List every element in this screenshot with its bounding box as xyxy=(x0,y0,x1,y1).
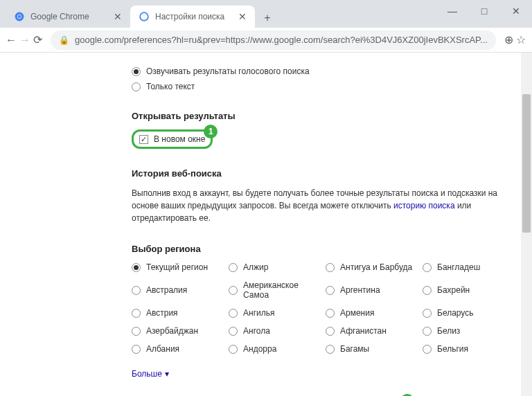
radio-label: Только текст xyxy=(146,82,195,91)
radio-label: Бельгия xyxy=(437,344,468,354)
radio-icon xyxy=(326,345,335,354)
close-window-button[interactable]: ✕ xyxy=(500,0,532,22)
region-option[interactable]: Азербайджан xyxy=(132,326,222,336)
google-icon xyxy=(139,11,150,22)
radio-icon xyxy=(423,263,432,272)
radio-label: Албания xyxy=(146,344,179,354)
region-option[interactable]: Аргентина xyxy=(326,280,416,300)
minimize-button[interactable]: — xyxy=(436,0,468,22)
svg-point-3 xyxy=(140,12,148,21)
region-option[interactable]: Антигуа и Барбуда xyxy=(326,262,416,272)
radio-label: Текущий регион xyxy=(146,262,208,272)
region-option[interactable]: Австрия xyxy=(132,308,222,318)
radio-label: Ангилья xyxy=(243,308,274,318)
radio-label: Австралия xyxy=(146,285,187,295)
radio-label: Андорра xyxy=(243,344,276,354)
radio-icon xyxy=(229,309,238,318)
history-title: История веб-поиска xyxy=(132,168,499,179)
forward-button[interactable]: → xyxy=(19,30,30,50)
region-option[interactable]: Армения xyxy=(326,308,416,318)
content: Озвучивать результаты голосового поиска … xyxy=(0,53,532,396)
radio-icon xyxy=(423,286,432,295)
url-bar[interactable]: 🔒 google.com/preferences?hl=ru&prev=http… xyxy=(51,30,496,50)
radio-label: Антигуа и Барбуда xyxy=(340,262,412,272)
region-option[interactable]: Ангола xyxy=(229,326,319,336)
region-option[interactable]: Австралия xyxy=(132,280,222,300)
url-text: google.com/preferences?hl=ru&prev=https:… xyxy=(75,35,488,45)
history-text: Выполнив вход в аккаунт, вы будете получ… xyxy=(132,187,499,224)
radio-icon xyxy=(326,263,335,272)
radio-icon xyxy=(229,327,238,336)
radio-icon xyxy=(132,309,141,318)
scrollbar[interactable] xyxy=(521,53,532,396)
region-option[interactable]: Багамы xyxy=(326,344,416,354)
radio-label: Бахрейн xyxy=(437,285,470,295)
radio-icon xyxy=(229,263,238,272)
radio-label: Ангола xyxy=(243,326,270,336)
region-option[interactable]: Бангладеш xyxy=(423,262,513,272)
region-option[interactable]: Андорра xyxy=(229,344,319,354)
chevron-down-icon: ▾ xyxy=(165,369,169,379)
chrome-icon xyxy=(14,11,25,22)
radio-icon xyxy=(423,327,432,336)
bookmark-icon[interactable]: ☆ xyxy=(516,30,526,50)
radio-icon xyxy=(326,309,335,318)
radio-icon xyxy=(132,345,141,354)
new-window-checkbox[interactable]: В новом окне xyxy=(139,134,205,144)
open-results-title: Открывать результаты xyxy=(132,111,499,121)
region-grid: Текущий регионАлжирАнтигуа и БарбудаБанг… xyxy=(132,262,499,359)
region-title: Выбор региона xyxy=(132,244,499,254)
tab-chrome[interactable]: Google Chrome ✕ xyxy=(6,6,130,28)
radio-label: Австрия xyxy=(146,308,178,318)
region-option[interactable]: Американское Самоа xyxy=(229,280,319,300)
radio-label: Багамы xyxy=(340,344,369,354)
tab-title: Настройки поиска xyxy=(155,12,234,21)
radio-label: Азербайджан xyxy=(146,326,198,336)
radio-label: Армения xyxy=(340,308,374,318)
maximize-button[interactable]: □ xyxy=(468,0,500,22)
radio-icon xyxy=(423,309,432,318)
region-option[interactable]: Белиз xyxy=(423,326,513,336)
scrollbar-thumb[interactable] xyxy=(522,94,531,233)
close-icon[interactable]: ✕ xyxy=(238,11,247,22)
radio-icon xyxy=(423,345,432,354)
region-option[interactable]: Албания xyxy=(132,344,222,354)
radio-label: Бангладеш xyxy=(437,262,480,272)
region-option[interactable]: Бельгия xyxy=(423,344,513,354)
svg-point-2 xyxy=(18,15,21,19)
radio-icon xyxy=(326,327,335,336)
more-regions-link[interactable]: Больше ▾ xyxy=(132,369,169,379)
radio-label: Белиз xyxy=(437,326,460,336)
toolbar: ← → ⟳ 🔒 google.com/preferences?hl=ru&pre… xyxy=(0,28,532,53)
radio-label: Беларусь xyxy=(437,308,473,318)
voice-option-speak[interactable]: Озвучивать результаты голосового поиска xyxy=(132,66,499,76)
tab-settings[interactable]: Настройки поиска ✕ xyxy=(130,6,255,28)
voice-option-text[interactable]: Только текст xyxy=(132,82,499,91)
radio-icon xyxy=(132,286,141,295)
region-option[interactable]: Афганистан xyxy=(326,326,416,336)
region-option[interactable]: Текущий регион xyxy=(132,262,222,272)
radio-icon xyxy=(132,82,141,91)
region-option[interactable]: Беларусь xyxy=(423,308,513,318)
tab-title: Google Chrome xyxy=(30,12,109,21)
reload-button[interactable]: ⟳ xyxy=(33,30,42,50)
checkbox-label: В новом окне xyxy=(154,134,205,144)
translate-icon[interactable]: ⊕ xyxy=(504,30,513,50)
radio-label: Американское Самоа xyxy=(243,280,319,300)
checkbox-icon xyxy=(139,135,148,144)
region-option[interactable]: Ангилья xyxy=(229,308,319,318)
history-link[interactable]: историю поиска xyxy=(393,201,455,210)
back-button[interactable]: ← xyxy=(6,30,17,50)
radio-icon xyxy=(229,345,238,354)
radio-label: Озвучивать результаты голосового поиска xyxy=(146,66,310,76)
radio-icon xyxy=(132,327,141,336)
radio-icon xyxy=(132,263,141,272)
region-option[interactable]: Алжир xyxy=(229,262,319,272)
radio-icon xyxy=(132,67,141,76)
region-option[interactable]: Бахрейн xyxy=(423,280,513,300)
radio-label: Алжир xyxy=(243,262,268,272)
radio-label: Аргентина xyxy=(340,285,380,295)
new-tab-button[interactable]: + xyxy=(258,8,277,28)
window-controls: — □ ✕ xyxy=(436,0,532,22)
close-icon[interactable]: ✕ xyxy=(114,11,122,22)
